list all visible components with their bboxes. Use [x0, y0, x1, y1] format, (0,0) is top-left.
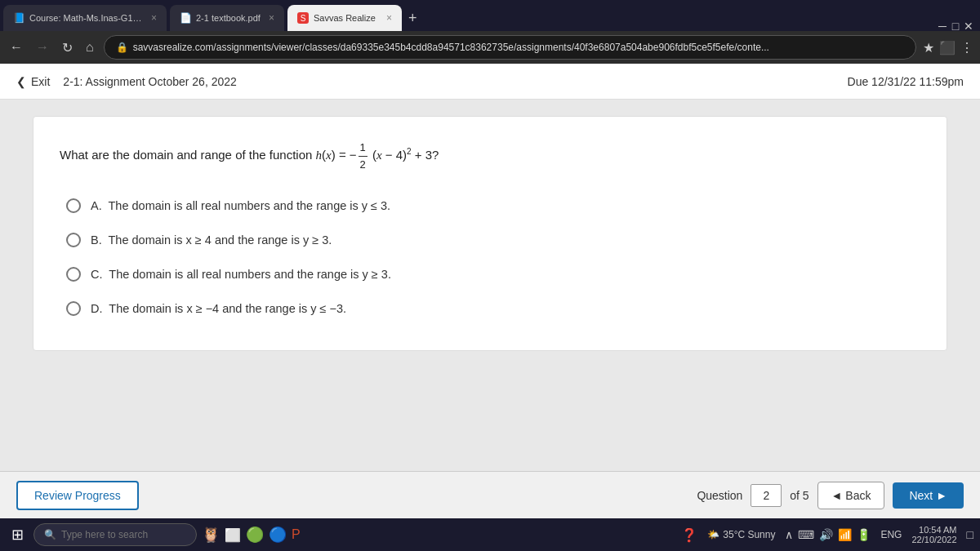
fraction-numerator: 1	[359, 140, 368, 157]
radio-c[interactable]	[66, 267, 81, 282]
chevron-left-icon: ❮	[16, 75, 26, 88]
wifi-icon[interactable]: 📶	[838, 528, 852, 541]
back-nav-button[interactable]: ←	[7, 38, 26, 56]
reload-button[interactable]: ↻	[59, 38, 76, 57]
taskbar-task-view-icon[interactable]: ⬜	[225, 527, 241, 543]
search-icon: 🔍	[44, 529, 56, 540]
question-of-label: of 5	[790, 489, 808, 502]
back-button[interactable]: ◄ Back	[817, 482, 885, 509]
taskbar: ⊞ 🔍 🦉 ⬜ 🟢 🔵 P ❓ 🌤️ 35°C Sunny ∧ ⌨ 🔊 📶 🔋 …	[0, 518, 980, 551]
address-bar: ← → ↻ ⌂ 🔒 savvasrealize.com/assignments/…	[0, 31, 980, 64]
volume-icon[interactable]: 🔊	[819, 528, 833, 541]
tab-bar: 📘 Course: Math-Ms.Inas-G10ABF × 📄 2-1 te…	[0, 0, 980, 31]
tab-label-1: Course: Math-Ms.Inas-G10ABF	[29, 13, 146, 23]
taskbar-owl-icon[interactable]: 🦉	[202, 526, 220, 544]
clock-date: 22/10/2022	[911, 535, 956, 544]
maximize-button[interactable]: □	[951, 21, 960, 31]
notification-icon[interactable]: □	[967, 528, 973, 541]
url-text: savvasrealize.com/assignments/viewer/cla…	[133, 42, 904, 53]
header-left: ❮ Exit 2-1: Assignment October 26, 2022	[16, 75, 237, 88]
taskbar-right-area: ❓ 🌤️ 35°C Sunny ∧ ⌨ 🔊 📶 🔋 ENG 10:54 AM 2…	[681, 525, 973, 544]
due-date: Due 12/31/22 11:59pm	[848, 75, 964, 88]
question-navigation: Question 2 of 5 ◄ Back Next ►	[697, 482, 964, 509]
taskbar-search-box[interactable]: 🔍	[33, 523, 197, 546]
chevron-up-icon[interactable]: ∧	[785, 528, 793, 541]
question-card: What are the domain and range of the fun…	[33, 116, 947, 351]
taskbar-chrome-icon[interactable]: 🟢	[246, 526, 264, 544]
tab-label-3: Savvas Realize	[314, 13, 381, 23]
close-window-button[interactable]: ✕	[964, 21, 973, 31]
lock-icon: 🔒	[116, 42, 128, 53]
option-a[interactable]: A. The domain is all real numbers and th…	[60, 190, 920, 221]
taskbar-powerpoint-icon[interactable]: P	[292, 527, 301, 542]
window-controls: ─ □ ✕	[938, 21, 980, 31]
profile-button[interactable]: ⬛	[939, 40, 956, 56]
question-text: What are the domain and range of the fun…	[60, 140, 920, 172]
tab-label-2: 2-1 textbook.pdf	[196, 13, 264, 23]
tab-close-1[interactable]: ×	[151, 12, 157, 24]
tab-math-course[interactable]: 📘 Course: Math-Ms.Inas-G10ABF ×	[3, 5, 167, 31]
next-button[interactable]: Next ►	[893, 482, 964, 509]
tab-favicon-1: 📘	[13, 12, 24, 24]
app-header: ❮ Exit 2-1: Assignment October 26, 2022 …	[0, 64, 980, 100]
url-bar[interactable]: 🔒 savvasrealize.com/assignments/viewer/c…	[104, 35, 916, 60]
minimize-button[interactable]: ─	[938, 21, 947, 31]
question-number-display: 2	[751, 484, 782, 507]
option-d-text: D. The domain is x ≥ −4 and the range is…	[91, 302, 346, 315]
taskbar-clock: 10:54 AM 22/10/2022	[911, 525, 956, 544]
battery-icon[interactable]: 🔋	[857, 528, 871, 541]
tab-favicon-2: 📄	[180, 12, 191, 24]
option-b[interactable]: B. The domain is x ≥ 4 and the range is …	[60, 224, 920, 256]
taskbar-system-icons: ∧ ⌨ 🔊 📶 🔋	[785, 528, 871, 541]
clock-time: 10:54 AM	[911, 525, 956, 535]
new-tab-button[interactable]: +	[402, 5, 424, 31]
fraction: 1 2	[359, 140, 368, 172]
assignment-title: 2-1: Assignment October 26, 2022	[63, 75, 236, 88]
main-content-area: What are the domain and range of the fun…	[0, 100, 980, 471]
option-c[interactable]: C. The domain is all real numbers and th…	[60, 259, 920, 290]
forward-nav-button[interactable]: →	[33, 38, 52, 56]
bottom-toolbar: Review Progress Question 2 of 5 ◄ Back N…	[0, 471, 980, 518]
question-text-suffix: (x − 4)2 + 3?	[372, 148, 439, 162]
taskbar-question-icon[interactable]: ❓	[681, 527, 697, 543]
more-options-button[interactable]: ⋮	[960, 40, 973, 56]
search-input[interactable]	[61, 529, 186, 540]
tab-favicon-3: S	[297, 12, 309, 24]
radio-b[interactable]	[66, 233, 81, 247]
option-a-text: A. The domain is all real numbers and th…	[91, 199, 390, 212]
option-b-text: B. The domain is x ≥ 4 and the range is …	[91, 233, 332, 247]
tab-close-3[interactable]: ×	[386, 12, 392, 24]
browser-action-buttons: ★ ⬛ ⋮	[923, 40, 973, 56]
home-button[interactable]: ⌂	[82, 38, 97, 56]
taskbar-app-icons: 🦉 ⬜ 🟢 🔵 P	[202, 526, 301, 544]
language-label: ENG	[880, 529, 902, 540]
question-label: Question	[697, 489, 742, 502]
radio-a[interactable]	[66, 198, 81, 213]
tab-savvas[interactable]: S Savvas Realize ×	[287, 5, 402, 31]
tab-textbook[interactable]: 📄 2-1 textbook.pdf ×	[170, 5, 284, 31]
question-text-prefix: What are the domain and range of the fun…	[60, 148, 357, 162]
start-button[interactable]: ⊞	[7, 524, 29, 545]
taskbar-weather: 🌤️ 35°C Sunny	[707, 529, 775, 540]
keyboard-icon[interactable]: ⌨	[798, 528, 814, 541]
taskbar-app2-icon[interactable]: 🔵	[269, 526, 287, 544]
fraction-denominator: 2	[359, 157, 368, 173]
tab-close-2[interactable]: ×	[269, 12, 274, 24]
review-progress-button[interactable]: Review Progress	[16, 481, 139, 510]
option-d[interactable]: D. The domain is x ≥ −4 and the range is…	[60, 293, 920, 324]
option-c-text: C. The domain is all real numbers and th…	[91, 268, 391, 281]
extensions-button[interactable]: ★	[923, 40, 934, 56]
weather-text: 35°C Sunny	[723, 529, 775, 540]
exit-label: Exit	[31, 75, 50, 88]
exit-button[interactable]: ❮ Exit	[16, 75, 50, 88]
weather-icon: 🌤️	[707, 529, 719, 540]
radio-d[interactable]	[66, 301, 81, 316]
